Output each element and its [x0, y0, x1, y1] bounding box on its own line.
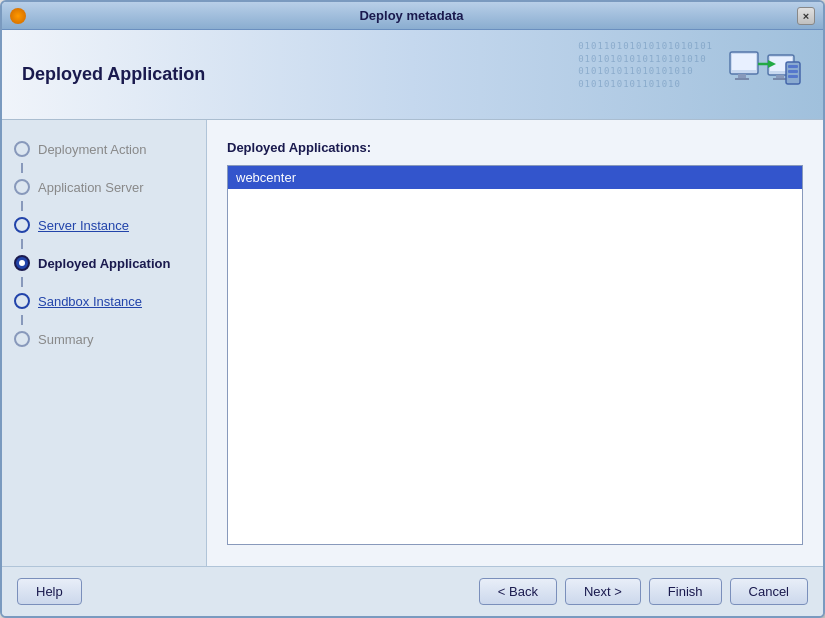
- step-circle-sandbox-instance: [14, 293, 30, 309]
- sidebar-label-application-server: Application Server: [38, 180, 144, 195]
- app-icon: [10, 8, 26, 24]
- title-bar: Deploy metadata ×: [2, 2, 823, 30]
- svg-rect-7: [773, 78, 787, 80]
- connector-3: [21, 239, 23, 249]
- sidebar-label-deployed-application: Deployed Application: [38, 256, 170, 271]
- sidebar-item-application-server[interactable]: Application Server: [2, 173, 206, 201]
- sidebar-label-server-instance: Server Instance: [38, 218, 129, 233]
- svg-rect-1: [732, 54, 756, 70]
- svg-rect-11: [788, 75, 798, 78]
- step-circle-deployment-action: [14, 141, 30, 157]
- help-button[interactable]: Help: [17, 578, 82, 605]
- svg-rect-9: [788, 65, 798, 68]
- cancel-button[interactable]: Cancel: [730, 578, 808, 605]
- header-bg-text: 010110101010101010101 010101010101101010…: [578, 40, 713, 90]
- finish-button[interactable]: Finish: [649, 578, 722, 605]
- connector-1: [21, 163, 23, 173]
- sidebar-item-deployed-application[interactable]: Deployed Application: [2, 249, 206, 277]
- connector-2: [21, 201, 23, 211]
- window-title: Deploy metadata: [26, 8, 797, 23]
- svg-rect-2: [738, 74, 746, 78]
- step-circle-application-server: [14, 179, 30, 195]
- step-circle-summary: [14, 331, 30, 347]
- section-label: Deployed Applications:: [227, 140, 803, 155]
- navigation-buttons: < Back Next > Finish Cancel: [479, 578, 808, 605]
- step-circle-server-instance: [14, 217, 30, 233]
- sidebar-label-deployment-action: Deployment Action: [38, 142, 146, 157]
- sidebar-item-deployment-action[interactable]: Deployment Action: [2, 135, 206, 163]
- connector-4: [21, 277, 23, 287]
- bottom-bar: Help < Back Next > Finish Cancel: [2, 566, 823, 616]
- svg-rect-3: [735, 78, 749, 80]
- deploy-metadata-window: Deploy metadata × Deployed Application 0…: [0, 0, 825, 618]
- step-circle-deployed-application: [14, 255, 30, 271]
- sidebar-item-summary[interactable]: Summary: [2, 325, 206, 353]
- connector-5: [21, 315, 23, 325]
- svg-rect-10: [788, 70, 798, 73]
- sidebar-label-summary: Summary: [38, 332, 94, 347]
- content-area: Deployed Applications: webcenter: [207, 120, 823, 566]
- app-list[interactable]: webcenter: [227, 165, 803, 545]
- svg-rect-6: [776, 75, 784, 78]
- deploy-icon: [728, 47, 803, 102]
- main-content: Deployment Action Application Server Ser…: [2, 120, 823, 566]
- sidebar-item-sandbox-instance[interactable]: Sandbox Instance: [2, 287, 206, 315]
- header-area: Deployed Application 0101101010101010101…: [2, 30, 823, 120]
- next-button[interactable]: Next >: [565, 578, 641, 605]
- sidebar-label-sandbox-instance: Sandbox Instance: [38, 294, 142, 309]
- list-item-webcenter[interactable]: webcenter: [228, 166, 802, 189]
- back-button[interactable]: < Back: [479, 578, 557, 605]
- close-button[interactable]: ×: [797, 7, 815, 25]
- sidebar-item-server-instance[interactable]: Server Instance: [2, 211, 206, 239]
- sidebar: Deployment Action Application Server Ser…: [2, 120, 207, 566]
- page-title: Deployed Application: [22, 64, 205, 85]
- step-dot: [19, 260, 25, 266]
